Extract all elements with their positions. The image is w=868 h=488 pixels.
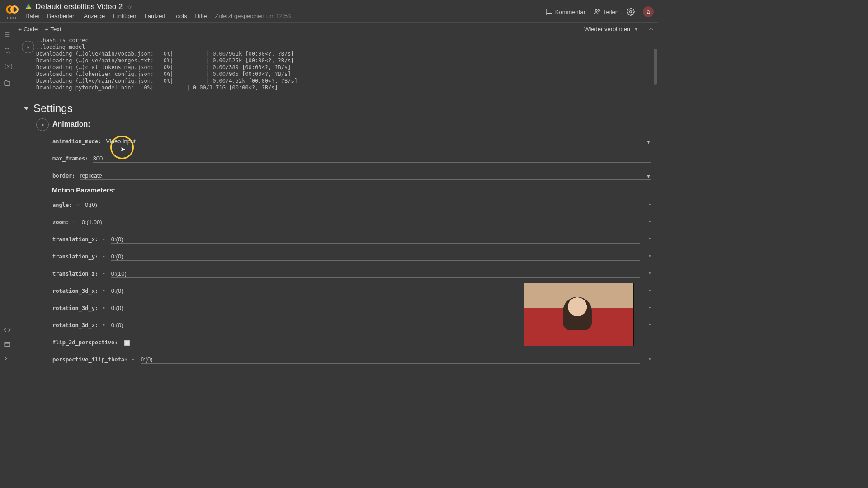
gear-icon[interactable]: [627, 8, 635, 16]
quote-mark: ": [132, 357, 134, 364]
translation-x-input[interactable]: 0:(0): [111, 236, 640, 244]
quote-mark: ": [76, 203, 79, 210]
menu-laufzeit[interactable]: Laufzeit: [145, 13, 165, 19]
chevron-down-icon: ▼: [646, 139, 651, 145]
reconnect-button[interactable]: Wieder verbinden: [584, 26, 630, 33]
settings-section-header: Settings: [24, 102, 651, 115]
flip-2d-perspective-checkbox[interactable]: [124, 340, 130, 346]
toolbar: +Code +Text Wieder verbinden ▼ ヘ: [0, 23, 658, 36]
collapse-toolbar-icon[interactable]: ヘ: [649, 26, 654, 33]
field-label: animation_mode:: [52, 138, 101, 145]
svg-point-2: [630, 11, 632, 13]
output-line: ..hash is correct: [36, 37, 651, 44]
quote-mark: ": [649, 305, 651, 312]
avatar[interactable]: a: [643, 6, 654, 17]
svg-rect-8: [5, 342, 10, 346]
field-label: max_frames:: [52, 155, 88, 163]
output-line: Downloading (…)lve/main/config.json: 0%|…: [36, 78, 651, 84]
field-label: zoom:: [52, 219, 69, 226]
quote-mark: ": [649, 237, 651, 244]
border-select[interactable]: replicate ▼: [80, 172, 651, 180]
output-line: Downloading (…)cial_tokens_map.json: 0%|…: [36, 64, 651, 71]
toc-icon[interactable]: [4, 31, 11, 38]
menu-datei[interactable]: Datei: [25, 13, 39, 19]
last-saved: Zuletzt gespeichert um 12:53: [215, 13, 291, 19]
files-icon[interactable]: [4, 80, 11, 87]
max-frames-input[interactable]: 300: [93, 155, 651, 163]
field-label: flip_2d_perspective:: [52, 339, 118, 347]
add-code-button[interactable]: +Code: [18, 26, 38, 33]
terminal-icon[interactable]: [4, 355, 11, 362]
code-snippets-icon[interactable]: [4, 326, 11, 333]
command-palette-icon[interactable]: [4, 341, 11, 348]
quote-mark: ": [103, 254, 105, 261]
perspective-flip-theta-input[interactable]: 0:(0): [141, 356, 640, 364]
animation-heading: Animation:: [52, 120, 651, 128]
quote-mark: ": [103, 306, 105, 313]
animation-mode-select[interactable]: Video Input ▼: [106, 138, 651, 145]
colab-logo[interactable]: PRO: [4, 4, 20, 20]
angle-input[interactable]: 0:(0): [85, 202, 640, 209]
add-text-button[interactable]: +Text: [45, 26, 61, 33]
menu-bar: Datei Bearbeiten Anzeige Einfügen Laufze…: [25, 13, 546, 19]
field-label: translation_z:: [52, 271, 98, 278]
variables-icon[interactable]: {x}: [4, 63, 11, 70]
menu-einfuegen[interactable]: Einfügen: [113, 13, 136, 19]
output-line: Downloading (…)olve/main/merges.txt: 0%|…: [36, 57, 651, 64]
output-line: Downloading (…)olve/main/vocab.json: 0%|…: [36, 51, 651, 57]
scrollbar-thumb[interactable]: [654, 49, 657, 85]
output-line: ..loading model: [36, 44, 651, 51]
run-cell-button[interactable]: [22, 41, 34, 53]
drive-icon: [25, 4, 32, 10]
quote-mark: ": [103, 323, 105, 330]
pro-badge: PRO: [7, 16, 16, 20]
webcam-overlay: [524, 283, 634, 346]
quote-mark: ": [649, 323, 651, 329]
chevron-down-icon: ▼: [646, 174, 651, 179]
field-label: rotation_3d_x:: [52, 288, 98, 295]
field-label: border:: [52, 173, 75, 180]
quote-mark: ": [649, 202, 651, 209]
menu-bearbeiten[interactable]: Bearbeiten: [47, 13, 75, 19]
document-title[interactable]: Defaukt erstelltes Video 2: [35, 2, 123, 11]
quote-mark: ": [649, 271, 651, 278]
quote-mark: ": [649, 220, 651, 226]
share-button[interactable]: Teilen: [594, 8, 618, 15]
field-label: rotation_3d_z:: [52, 322, 98, 329]
field-label: angle:: [52, 202, 72, 209]
star-icon[interactable]: ☆: [126, 3, 132, 11]
quote-mark: ": [73, 220, 75, 227]
menu-anzeige[interactable]: Anzeige: [84, 13, 105, 19]
output-line: Downloading (…)okenizer_config.json: 0%|…: [36, 71, 651, 78]
motion-parameters-heading: Motion Parameters:: [52, 186, 651, 194]
zoom-input[interactable]: 0:(1.00): [82, 219, 640, 226]
svg-point-6: [5, 48, 9, 52]
menu-tools[interactable]: Tools: [173, 13, 187, 19]
comment-button[interactable]: Kommentar: [546, 8, 585, 15]
translation-z-input[interactable]: 0:(10): [111, 270, 640, 278]
reconnect-menu-icon[interactable]: ▼: [634, 27, 638, 32]
header: PRO Defaukt erstelltes Video 2 ☆ Datei B…: [0, 0, 658, 23]
output-cell: ..hash is correct ..loading model Downlo…: [14, 37, 651, 91]
field-label: translation_x:: [52, 236, 98, 244]
quote-mark: ": [649, 288, 651, 295]
menu-hilfe[interactable]: Hilfe: [195, 13, 207, 19]
quote-mark: ": [103, 289, 105, 296]
field-label: rotation_3d_y:: [52, 305, 98, 312]
run-cell-button[interactable]: [36, 118, 49, 131]
translation-y-input[interactable]: 0:(0): [111, 253, 640, 261]
svg-line-7: [9, 52, 10, 53]
svg-point-1: [598, 9, 599, 11]
quote-mark: ": [103, 237, 105, 244]
left-rail: {x}: [0, 23, 14, 369]
section-title: Settings: [33, 102, 73, 115]
quote-mark: ": [649, 254, 651, 261]
field-label: translation_y:: [52, 253, 98, 261]
collapse-section-icon[interactable]: [24, 107, 29, 110]
output-line: Downloading pytorch_model.bin: 0%| | 0.0…: [36, 84, 651, 91]
quote-mark: ": [103, 272, 105, 278]
quote-mark: ": [649, 357, 651, 364]
field-label: perspective_flip_theta:: [52, 357, 127, 364]
svg-point-0: [595, 9, 597, 11]
search-icon[interactable]: [4, 47, 11, 54]
